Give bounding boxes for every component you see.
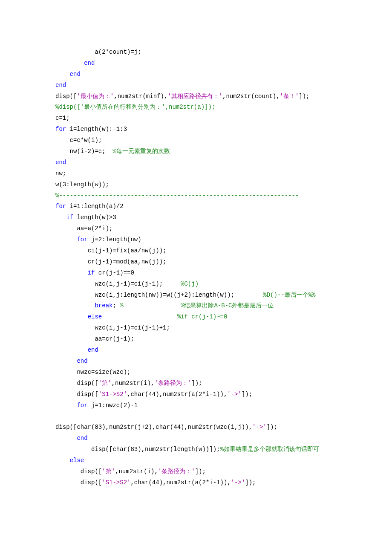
string-literal: '->' [252, 424, 267, 431]
code-line: nw; [55, 170, 66, 177]
code-text [55, 457, 70, 464]
keyword-for: for [55, 203, 66, 210]
code-text: ,char(44),num2str(a(2*i-1)), [127, 391, 227, 398]
code-line [55, 413, 59, 419]
code-text: ]); [191, 380, 202, 387]
document-page: a(2*count)=j; end end end disp(['最小值为：',… [0, 0, 392, 523]
string-literal: '->' [227, 391, 242, 398]
code-text: ,num2str(minf), [114, 93, 167, 100]
code-text: disp([ [55, 391, 98, 398]
keyword-break: break [95, 302, 112, 309]
keyword-else: else [70, 457, 84, 464]
code-text: wzc(i,j-1)=ci(j-1); [55, 280, 181, 287]
code-text: i=length(w):-1:3 [66, 126, 127, 133]
string-literal: '最小值为：' [77, 93, 114, 100]
code-block: a(2*count)=j; end end end disp(['最小值为：',… [55, 47, 337, 489]
comment: % %结果算出除A-B-C外都是最后一位 [120, 302, 274, 309]
code-text: ]); [267, 424, 277, 431]
comment: %D()--最后一个%% [263, 292, 315, 298]
keyword-if: if [66, 214, 73, 221]
comment: %C(j) [181, 280, 199, 287]
code-text: ]); [195, 468, 206, 475]
code-text [55, 236, 77, 243]
comment: %每一元素重复的次数 [112, 148, 170, 155]
code-text [55, 435, 77, 442]
string-literal: 'S1->S2' [102, 479, 130, 486]
code-text [55, 269, 88, 276]
comment: %if cr(j-1)~=0 [102, 313, 227, 320]
string-literal: '其相应路径共有：' [167, 93, 222, 100]
code-text: length(w)>3 [73, 214, 116, 221]
code-line: nwzc=size(wzc); [55, 369, 130, 376]
code-text [55, 214, 66, 221]
keyword-for: for [55, 126, 66, 133]
code-line: aa=a(2*i); [55, 225, 112, 232]
comment: %---------------------------------------… [55, 192, 299, 199]
keyword-for: for [77, 236, 87, 243]
code-line: aa=cr(j-1); [55, 335, 134, 342]
code-text: ,num2str(i), [112, 380, 155, 387]
code-text: j=1:nwzc(2)-1 [88, 402, 138, 409]
code-text [55, 358, 77, 364]
code-line: w(3:length(w)); [55, 181, 109, 188]
code-text [55, 347, 88, 353]
code-text: disp([ [55, 93, 77, 100]
string-literal: '条路径为：' [158, 468, 195, 475]
string-literal: '第' [102, 468, 115, 475]
code-text: ; [112, 302, 120, 309]
code-line: wzc(i,j-1)=ci(j-1)+1; [55, 324, 170, 331]
string-literal: '->' [231, 479, 245, 486]
keyword-if: if [88, 269, 95, 276]
code-text: disp([char(83),num2str(length(w))]); [55, 446, 220, 453]
code-text: i=1:length(a)/2 [66, 203, 123, 210]
string-literal: 'S1->S2' [98, 391, 127, 398]
keyword-else: else [88, 313, 102, 320]
code-text [55, 302, 95, 309]
keyword-end: end [55, 60, 95, 66]
keyword-for: for [77, 402, 87, 409]
code-text: disp([ [55, 479, 102, 486]
string-literal: '条！' [280, 93, 299, 100]
code-text: wzc(i,j:length(nw))=w((j+2):length(w)); [55, 292, 263, 298]
code-text: ]); [245, 479, 256, 486]
code-text [55, 402, 77, 409]
code-line: c=c*w(i); [55, 137, 102, 144]
code-line: a(2*count)=j; [55, 49, 141, 55]
code-text: j=2:length(nw) [88, 236, 141, 243]
string-literal: '第' [98, 380, 112, 387]
code-text: disp([ [55, 468, 102, 475]
keyword-end: end [55, 159, 66, 166]
keyword-end: end [55, 71, 81, 78]
code-line: cr(j-1)=mod(aa,nw(j)); [55, 258, 166, 265]
code-line: c=1; [55, 115, 70, 121]
code-text: nw(i-2)=c; [55, 148, 112, 155]
code-text: ,num2str(count), [222, 93, 280, 100]
code-text [55, 313, 88, 320]
code-text: ]); [242, 391, 252, 398]
code-text: disp([ [55, 380, 98, 387]
code-line: ci(j-1)=fix(aa/nw(j)); [55, 247, 166, 254]
keyword-end: end [55, 82, 66, 89]
code-text: ]); [299, 93, 309, 100]
keyword-end: end [77, 435, 87, 442]
comment: %disp(['最小值所在的行和列分别为：',num2str(a)]); [55, 104, 215, 110]
keyword-end: end [88, 347, 98, 353]
string-literal: '条路径为：' [154, 380, 191, 387]
code-text: ,num2str(i), [115, 468, 158, 475]
code-text: disp([char(83),num2str(j+2),char(44),num… [55, 424, 252, 431]
code-text: cr(j-1)==0 [95, 269, 134, 276]
keyword-end: end [77, 358, 87, 364]
comment: %如果结果是多个那就取消该句话即可 [220, 446, 319, 453]
code-text: ,char(44),num2str(a(2*i-1)), [130, 479, 231, 486]
